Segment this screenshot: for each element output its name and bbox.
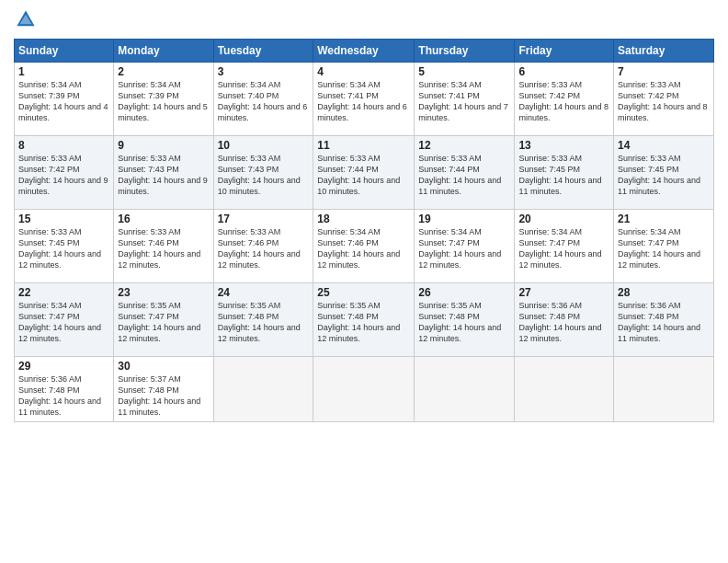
calendar-cell: 27 Sunrise: 5:36 AMSunset: 7:48 PMDaylig… bbox=[515, 283, 614, 357]
calendar-cell: 22 Sunrise: 5:34 AMSunset: 7:47 PMDaylig… bbox=[15, 283, 114, 357]
day-info: Sunrise: 5:35 AMSunset: 7:48 PMDaylight:… bbox=[218, 301, 301, 343]
day-number: 17 bbox=[218, 213, 310, 225]
header bbox=[14, 9, 714, 33]
calendar-cell: 7 Sunrise: 5:33 AMSunset: 7:42 PMDayligh… bbox=[614, 63, 714, 136]
calendar-week-row: 1 Sunrise: 5:34 AMSunset: 7:39 PMDayligh… bbox=[15, 63, 714, 136]
day-info: Sunrise: 5:33 AMSunset: 7:43 PMDaylight:… bbox=[118, 154, 208, 196]
calendar-week-row: 22 Sunrise: 5:34 AMSunset: 7:47 PMDaylig… bbox=[15, 283, 714, 357]
calendar-cell bbox=[313, 357, 415, 422]
day-info: Sunrise: 5:33 AMSunset: 7:46 PMDaylight:… bbox=[218, 227, 301, 270]
day-number: 27 bbox=[518, 286, 609, 299]
day-number: 20 bbox=[518, 213, 609, 225]
page: SundayMondayTuesdayWednesdayThursdayFrid… bbox=[0, 0, 728, 563]
day-info: Sunrise: 5:34 AMSunset: 7:39 PMDaylight:… bbox=[18, 80, 108, 122]
calendar-cell: 25 Sunrise: 5:35 AMSunset: 7:48 PMDaylig… bbox=[313, 283, 415, 357]
day-number: 1 bbox=[18, 65, 109, 78]
day-info: Sunrise: 5:35 AMSunset: 7:47 PMDaylight:… bbox=[118, 301, 200, 343]
calendar-cell: 28 Sunrise: 5:36 AMSunset: 7:48 PMDaylig… bbox=[614, 283, 714, 357]
calendar-cell: 21 Sunrise: 5:34 AMSunset: 7:47 PMDaylig… bbox=[614, 210, 714, 283]
day-info: Sunrise: 5:33 AMSunset: 7:43 PMDaylight:… bbox=[218, 154, 301, 196]
day-number: 25 bbox=[317, 286, 410, 299]
day-number: 5 bbox=[418, 65, 510, 78]
calendar-cell: 14 Sunrise: 5:33 AMSunset: 7:45 PMDaylig… bbox=[614, 136, 714, 210]
day-number: 26 bbox=[418, 286, 510, 299]
day-info: Sunrise: 5:33 AMSunset: 7:45 PMDaylight:… bbox=[18, 227, 101, 270]
day-info: Sunrise: 5:34 AMSunset: 7:47 PMDaylight:… bbox=[518, 227, 601, 270]
calendar-cell: 5 Sunrise: 5:34 AMSunset: 7:41 PMDayligh… bbox=[415, 63, 515, 136]
logo-icon bbox=[16, 9, 36, 29]
day-info: Sunrise: 5:35 AMSunset: 7:48 PMDaylight:… bbox=[418, 301, 501, 343]
day-number: 11 bbox=[317, 139, 410, 152]
day-number: 6 bbox=[518, 65, 609, 78]
calendar-cell: 8 Sunrise: 5:33 AMSunset: 7:42 PMDayligh… bbox=[15, 136, 114, 210]
calendar-table: SundayMondayTuesdayWednesdayThursdayFrid… bbox=[14, 39, 714, 422]
day-number: 29 bbox=[18, 360, 109, 373]
day-number: 7 bbox=[618, 65, 710, 78]
day-info: Sunrise: 5:33 AMSunset: 7:42 PMDaylight:… bbox=[618, 80, 708, 122]
calendar-cell bbox=[415, 357, 515, 422]
day-info: Sunrise: 5:33 AMSunset: 7:44 PMDaylight:… bbox=[317, 154, 400, 196]
day-number: 3 bbox=[218, 65, 310, 78]
day-info: Sunrise: 5:34 AMSunset: 7:41 PMDaylight:… bbox=[317, 80, 407, 122]
weekday-header-row: SundayMondayTuesdayWednesdayThursdayFrid… bbox=[15, 40, 714, 63]
day-number: 24 bbox=[218, 286, 310, 299]
calendar-cell bbox=[515, 357, 614, 422]
day-number: 8 bbox=[18, 139, 109, 152]
day-info: Sunrise: 5:36 AMSunset: 7:48 PMDaylight:… bbox=[618, 301, 700, 343]
day-info: Sunrise: 5:33 AMSunset: 7:42 PMDaylight:… bbox=[18, 154, 108, 196]
day-info: Sunrise: 5:36 AMSunset: 7:48 PMDaylight:… bbox=[518, 301, 601, 343]
day-number: 16 bbox=[118, 213, 209, 225]
calendar-cell: 29 Sunrise: 5:36 AMSunset: 7:48 PMDaylig… bbox=[15, 357, 114, 422]
day-number: 14 bbox=[618, 139, 710, 152]
calendar-cell: 3 Sunrise: 5:34 AMSunset: 7:40 PMDayligh… bbox=[213, 63, 313, 136]
calendar-week-row: 15 Sunrise: 5:33 AMSunset: 7:45 PMDaylig… bbox=[15, 210, 714, 283]
calendar-cell: 9 Sunrise: 5:33 AMSunset: 7:43 PMDayligh… bbox=[114, 136, 213, 210]
day-number: 4 bbox=[317, 65, 410, 78]
calendar-cell bbox=[614, 357, 714, 422]
weekday-header: Tuesday bbox=[213, 40, 313, 63]
day-number: 30 bbox=[118, 360, 209, 373]
calendar-week-row: 29 Sunrise: 5:36 AMSunset: 7:48 PMDaylig… bbox=[15, 357, 714, 422]
day-info: Sunrise: 5:33 AMSunset: 7:45 PMDaylight:… bbox=[618, 154, 700, 196]
day-number: 18 bbox=[317, 213, 410, 225]
weekday-header: Wednesday bbox=[313, 40, 415, 63]
day-info: Sunrise: 5:33 AMSunset: 7:42 PMDaylight:… bbox=[518, 80, 609, 122]
weekday-header: Thursday bbox=[415, 40, 515, 63]
day-info: Sunrise: 5:34 AMSunset: 7:46 PMDaylight:… bbox=[317, 227, 400, 270]
day-info: Sunrise: 5:34 AMSunset: 7:47 PMDaylight:… bbox=[18, 301, 101, 343]
day-info: Sunrise: 5:34 AMSunset: 7:47 PMDaylight:… bbox=[618, 227, 700, 270]
day-number: 13 bbox=[518, 139, 609, 152]
logo bbox=[14, 9, 40, 33]
calendar-week-row: 8 Sunrise: 5:33 AMSunset: 7:42 PMDayligh… bbox=[15, 136, 714, 210]
day-number: 9 bbox=[118, 139, 209, 152]
weekday-header: Sunday bbox=[15, 40, 114, 63]
calendar-cell: 30 Sunrise: 5:37 AMSunset: 7:48 PMDaylig… bbox=[114, 357, 213, 422]
calendar-cell: 12 Sunrise: 5:33 AMSunset: 7:44 PMDaylig… bbox=[415, 136, 515, 210]
calendar-cell: 19 Sunrise: 5:34 AMSunset: 7:47 PMDaylig… bbox=[415, 210, 515, 283]
calendar-cell: 10 Sunrise: 5:33 AMSunset: 7:43 PMDaylig… bbox=[213, 136, 313, 210]
day-number: 28 bbox=[618, 286, 710, 299]
calendar-cell: 20 Sunrise: 5:34 AMSunset: 7:47 PMDaylig… bbox=[515, 210, 614, 283]
day-info: Sunrise: 5:34 AMSunset: 7:40 PMDaylight:… bbox=[218, 80, 308, 122]
day-info: Sunrise: 5:35 AMSunset: 7:48 PMDaylight:… bbox=[317, 301, 400, 343]
day-number: 12 bbox=[418, 139, 510, 152]
calendar-cell: 24 Sunrise: 5:35 AMSunset: 7:48 PMDaylig… bbox=[213, 283, 313, 357]
day-info: Sunrise: 5:37 AMSunset: 7:48 PMDaylight:… bbox=[118, 374, 200, 417]
calendar-cell: 23 Sunrise: 5:35 AMSunset: 7:47 PMDaylig… bbox=[114, 283, 213, 357]
day-number: 2 bbox=[118, 65, 209, 78]
calendar-cell: 2 Sunrise: 5:34 AMSunset: 7:39 PMDayligh… bbox=[114, 63, 213, 136]
calendar-cell: 15 Sunrise: 5:33 AMSunset: 7:45 PMDaylig… bbox=[15, 210, 114, 283]
calendar-cell: 26 Sunrise: 5:35 AMSunset: 7:48 PMDaylig… bbox=[415, 283, 515, 357]
calendar-cell: 6 Sunrise: 5:33 AMSunset: 7:42 PMDayligh… bbox=[515, 63, 614, 136]
day-number: 21 bbox=[618, 213, 710, 225]
weekday-header: Monday bbox=[114, 40, 213, 63]
day-info: Sunrise: 5:33 AMSunset: 7:45 PMDaylight:… bbox=[518, 154, 601, 196]
calendar-cell: 11 Sunrise: 5:33 AMSunset: 7:44 PMDaylig… bbox=[313, 136, 415, 210]
day-number: 15 bbox=[18, 213, 109, 225]
calendar-cell: 17 Sunrise: 5:33 AMSunset: 7:46 PMDaylig… bbox=[213, 210, 313, 283]
calendar-cell: 13 Sunrise: 5:33 AMSunset: 7:45 PMDaylig… bbox=[515, 136, 614, 210]
day-info: Sunrise: 5:34 AMSunset: 7:39 PMDaylight:… bbox=[118, 80, 208, 122]
day-number: 23 bbox=[118, 286, 209, 299]
weekday-header: Saturday bbox=[614, 40, 714, 63]
weekday-header: Friday bbox=[515, 40, 614, 63]
